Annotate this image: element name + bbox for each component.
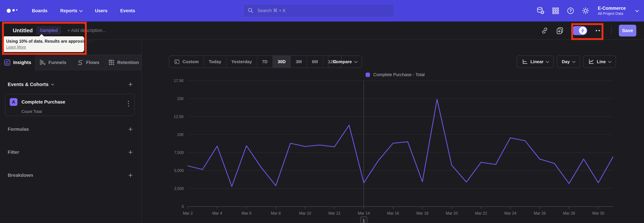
nav-right-cluster: ? E-Commerce All Project Data bbox=[536, 0, 638, 22]
section-breakdown: Breakdown + bbox=[8, 172, 133, 179]
add-description[interactable]: + Add description... bbox=[68, 28, 106, 33]
event-name[interactable]: Complete Purchase bbox=[22, 99, 65, 105]
svg-text:Mar 6: Mar 6 bbox=[242, 211, 252, 215]
report-title[interactable]: Untitled bbox=[13, 27, 33, 34]
events-cohorts-header: Events & Cohorts + bbox=[8, 81, 133, 88]
svg-text:Mar 20: Mar 20 bbox=[446, 211, 458, 215]
nav-reports[interactable]: Reports bbox=[60, 8, 82, 14]
query-builder-sidebar: Events & Cohorts + A Complete Purchase C… bbox=[0, 70, 142, 223]
primary-nav: Boards Reports Users Events bbox=[32, 8, 135, 14]
range-7d[interactable]: 7D bbox=[257, 56, 273, 68]
toggle-knob bbox=[579, 27, 587, 34]
compare-button[interactable]: Compare bbox=[328, 55, 362, 68]
section-formulas: Formulas + bbox=[8, 126, 133, 133]
insights-icon bbox=[4, 59, 10, 66]
help-icon[interactable]: ? bbox=[566, 7, 574, 15]
granularity-select[interactable]: Day bbox=[557, 55, 580, 68]
report-title-bar: Untitled Sampled + Add description... bbox=[0, 22, 644, 40]
add-filter-button[interactable]: + bbox=[128, 149, 133, 156]
svg-text:5,000: 5,000 bbox=[174, 168, 184, 173]
add-event-button[interactable]: + bbox=[128, 81, 133, 88]
top-nav: Boards Reports Users Events Search ⌘ + K bbox=[0, 0, 644, 22]
event-row: A Complete Purchase bbox=[10, 98, 130, 106]
chart-type-select[interactable]: Line bbox=[583, 55, 616, 68]
add-breakdown-button[interactable]: + bbox=[128, 172, 133, 179]
nav-boards[interactable]: Boards bbox=[32, 8, 48, 14]
sampling-toggle[interactable] bbox=[571, 26, 587, 35]
chart-gridlines bbox=[188, 81, 613, 189]
svg-text:10K: 10K bbox=[177, 133, 184, 137]
svg-text:Mar 12: Mar 12 bbox=[328, 211, 340, 215]
range-30d[interactable]: 30D bbox=[273, 56, 291, 68]
learn-more-link[interactable]: Learn More bbox=[6, 45, 26, 49]
report-type-tabs: Insights Funnels Flows bbox=[0, 55, 142, 70]
range-3m[interactable]: 3M bbox=[291, 56, 307, 68]
titlebar-actions: Save bbox=[541, 22, 636, 40]
project-chevron-down-icon[interactable] bbox=[635, 9, 639, 12]
event-letter-badge: A bbox=[10, 98, 18, 106]
svg-text:Mar 30: Mar 30 bbox=[592, 211, 604, 215]
flows-icon bbox=[77, 59, 83, 66]
svg-text:Mar 2: Mar 2 bbox=[183, 211, 193, 215]
data-management-icon[interactable] bbox=[536, 7, 545, 15]
annotation-marker-badge[interactable]: 1 bbox=[360, 217, 367, 223]
chevron-down-icon bbox=[354, 59, 358, 63]
project-selector[interactable]: E-Commerce All Project Data bbox=[598, 6, 626, 16]
funnels-icon bbox=[39, 59, 46, 66]
svg-text:Mar 26: Mar 26 bbox=[534, 211, 546, 215]
sampling-tooltip: Using 10% of data. Results are approxima… bbox=[2, 36, 84, 52]
range-custom[interactable]: Custom bbox=[169, 56, 204, 68]
search-placeholder: Search ⌘ + K bbox=[258, 8, 286, 13]
tab-flows[interactable]: Flows bbox=[71, 55, 106, 70]
svg-text:1: 1 bbox=[362, 218, 365, 223]
event-card[interactable]: A Complete Purchase Count Total bbox=[5, 94, 135, 116]
sampled-badge[interactable]: Sampled bbox=[36, 26, 61, 35]
svg-text:?: ? bbox=[569, 9, 572, 13]
chevron-down-icon bbox=[546, 59, 549, 63]
svg-text:7,500: 7,500 bbox=[174, 150, 184, 155]
svg-text:Mar 24: Mar 24 bbox=[504, 211, 516, 215]
scale-select[interactable]: Linear bbox=[517, 55, 554, 68]
date-range-group: Custom Today Yesterday 7D 30D 3M 6M 12M bbox=[169, 55, 342, 68]
tab-retention[interactable]: Retention bbox=[106, 55, 142, 70]
section-filter: Filter + bbox=[8, 149, 133, 156]
chart-display-controls: Linear Day Line bbox=[517, 55, 616, 68]
chart-series-line[interactable] bbox=[188, 99, 613, 186]
range-today[interactable]: Today bbox=[204, 56, 226, 68]
search-input[interactable]: Search ⌘ + K bbox=[243, 4, 394, 17]
tab-funnels[interactable]: Funnels bbox=[36, 55, 71, 70]
chart-panel: Custom Today Yesterday 7D 30D 3M 6M 12M … bbox=[142, 40, 644, 223]
svg-text:Mar 14: Mar 14 bbox=[358, 211, 370, 215]
tab-insights[interactable]: Insights bbox=[0, 55, 36, 70]
chart-y-axis-labels: 02,5005,0007,50010K12.5K15K17.5K bbox=[174, 78, 184, 209]
line-chart-icon bbox=[588, 59, 594, 65]
svg-text:2,500: 2,500 bbox=[174, 186, 184, 191]
settings-gear-icon[interactable] bbox=[582, 7, 590, 15]
nav-events[interactable]: Events bbox=[120, 8, 135, 14]
event-options-icon[interactable] bbox=[127, 100, 130, 107]
svg-text:17.5K: 17.5K bbox=[174, 78, 184, 83]
mixpanel-logo-icon[interactable] bbox=[6, 7, 21, 15]
event-metric[interactable]: Count Total bbox=[22, 109, 130, 114]
events-cohorts-toggle[interactable]: Events & Cohorts bbox=[8, 82, 54, 87]
save-button[interactable]: Save bbox=[619, 25, 636, 37]
line-chart[interactable]: 02,5005,0007,50010K12.5K15K17.5K Mar 2Ma… bbox=[171, 73, 624, 223]
svg-text:Mar 28: Mar 28 bbox=[563, 211, 575, 215]
chevron-down-icon bbox=[79, 9, 83, 12]
svg-text:Mar 10: Mar 10 bbox=[299, 211, 311, 215]
calendar-icon bbox=[174, 59, 180, 65]
svg-text:Mar 18: Mar 18 bbox=[416, 211, 428, 215]
svg-text:Mar 8: Mar 8 bbox=[271, 211, 281, 215]
add-to-board-icon[interactable] bbox=[556, 27, 564, 34]
more-options-icon[interactable] bbox=[595, 29, 604, 32]
add-formula-button[interactable]: + bbox=[128, 126, 133, 133]
project-name: E-Commerce bbox=[598, 6, 626, 11]
mixpanel-insights-app: Boards Reports Users Events Search ⌘ + K bbox=[0, 0, 644, 223]
share-link-icon[interactable] bbox=[541, 27, 548, 34]
apps-grid-icon[interactable] bbox=[552, 7, 560, 15]
svg-text:Mar 22: Mar 22 bbox=[475, 211, 487, 215]
retention-icon bbox=[108, 59, 114, 66]
nav-users[interactable]: Users bbox=[95, 8, 108, 14]
range-yesterday[interactable]: Yesterday bbox=[226, 56, 257, 68]
range-6m[interactable]: 6M bbox=[307, 56, 323, 68]
